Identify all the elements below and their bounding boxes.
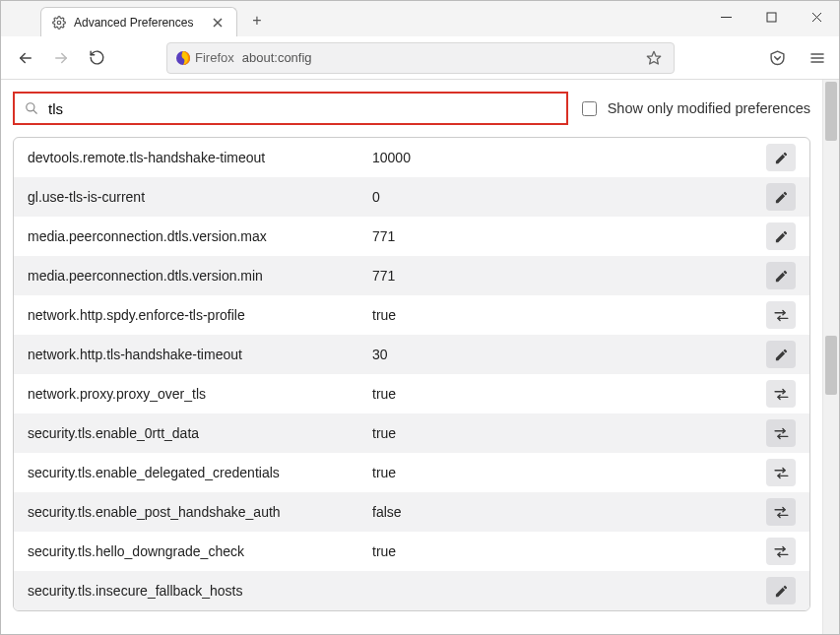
- pref-edit-button[interactable]: [766, 222, 796, 250]
- pref-row: gl.use-tls-is-current0: [14, 177, 809, 217]
- search-row: Show only modified preferences: [1, 80, 822, 133]
- pref-row: media.peerconnection.dtls.version.min771: [14, 256, 809, 295]
- pref-edit-button[interactable]: [766, 577, 796, 604]
- pref-row: network.http.tls-handshake-timeout30: [14, 335, 809, 374]
- pref-name: security.tls.enable_delegated_credential…: [28, 465, 372, 480]
- pref-toggle-button[interactable]: [766, 380, 796, 408]
- pref-value: 771: [372, 228, 766, 244]
- pref-value: true: [372, 425, 766, 441]
- pref-name: security.tls.hello_downgrade_check: [28, 543, 372, 559]
- pref-row: security.tls.enable_delegated_credential…: [14, 453, 809, 492]
- scrollbar-thumb[interactable]: [825, 336, 837, 395]
- url-identity-label: Firefox: [195, 50, 236, 65]
- window-minimize-button[interactable]: [703, 1, 748, 32]
- pref-toggle-button[interactable]: [766, 498, 796, 526]
- pref-name: network.proxy.proxy_over_tls: [28, 386, 372, 402]
- pref-row: network.http.spdy.enforce-tls-profiletru…: [14, 295, 809, 335]
- show-modified-toggle[interactable]: Show only modified preferences: [578, 98, 810, 119]
- pref-name: media.peerconnection.dtls.version.min: [28, 268, 372, 284]
- pref-value: 771: [372, 268, 766, 284]
- show-modified-checkbox[interactable]: [582, 101, 597, 116]
- pocket-icon[interactable]: [769, 49, 786, 66]
- window-maximize-button[interactable]: [748, 1, 794, 32]
- pref-value: 0: [372, 189, 766, 205]
- url-text[interactable]: about:config: [242, 50, 642, 65]
- pref-value: true: [372, 386, 766, 402]
- titlebar: Advanced Preferences +: [1, 1, 839, 36]
- browser-tab[interactable]: Advanced Preferences: [40, 7, 237, 36]
- pref-row: security.tls.enable_0rtt_datatrue: [14, 413, 809, 453]
- pref-toggle-button[interactable]: [766, 538, 796, 565]
- pref-value: true: [372, 307, 766, 323]
- pref-name: gl.use-tls-is-current: [28, 189, 372, 205]
- pref-row: security.tls.insecure_fallback_hosts: [14, 571, 809, 610]
- pref-toggle-button[interactable]: [766, 301, 796, 329]
- pref-toggle-button[interactable]: [766, 419, 796, 447]
- pref-name: network.http.tls-handshake-timeout: [28, 347, 372, 362]
- pref-value: true: [372, 543, 766, 559]
- pref-row: network.proxy.proxy_over_tlstrue: [14, 374, 809, 413]
- pref-edit-button[interactable]: [766, 262, 796, 289]
- gear-icon: [51, 15, 66, 30]
- forward-button[interactable]: [46, 43, 76, 73]
- vertical-scrollbar[interactable]: [822, 80, 839, 634]
- bookmark-star-button[interactable]: [642, 50, 666, 66]
- new-tab-button[interactable]: +: [243, 7, 271, 34]
- pref-value: 30: [372, 347, 766, 362]
- pref-edit-button[interactable]: [766, 183, 796, 211]
- pref-toggle-button[interactable]: [766, 459, 796, 486]
- scrollbar-thumb[interactable]: [825, 82, 837, 141]
- pref-row: media.peerconnection.dtls.version.max771: [14, 217, 809, 256]
- firefox-icon: [175, 50, 191, 66]
- prefs-table: devtools.remote.tls-handshake-timeout100…: [13, 137, 810, 611]
- app-menu-button[interactable]: [809, 50, 825, 66]
- url-bar[interactable]: Firefox about:config: [166, 42, 675, 74]
- pref-name: security.tls.enable_post_handshake_auth: [28, 504, 372, 520]
- window-close-button[interactable]: [794, 1, 839, 32]
- pref-search-box[interactable]: [13, 92, 568, 125]
- tab-close-button[interactable]: [209, 18, 226, 28]
- pref-name: media.peerconnection.dtls.version.max: [28, 228, 372, 244]
- pref-name: network.http.spdy.enforce-tls-profile: [28, 307, 372, 323]
- toolbar: Firefox about:config: [1, 36, 839, 80]
- show-modified-label: Show only modified preferences: [608, 100, 810, 116]
- pref-value: false: [372, 504, 766, 520]
- reload-button[interactable]: [82, 43, 111, 73]
- svg-rect-1: [767, 13, 776, 22]
- back-button[interactable]: [11, 43, 40, 73]
- pref-name: security.tls.insecure_fallback_hosts: [28, 583, 372, 599]
- pref-row: security.tls.enable_post_handshake_authf…: [14, 492, 809, 532]
- toolbar-right: [769, 49, 825, 66]
- pref-edit-button[interactable]: [766, 341, 796, 368]
- svg-point-0: [57, 21, 61, 25]
- pref-search-input[interactable]: [46, 99, 556, 118]
- search-icon: [25, 101, 38, 115]
- pref-row: security.tls.hello_downgrade_checktrue: [14, 532, 809, 571]
- pref-name: security.tls.enable_0rtt_data: [28, 425, 372, 441]
- page: Show only modified preferences devtools.…: [1, 80, 822, 634]
- content-area: Show only modified preferences devtools.…: [1, 80, 839, 634]
- window-controls: [703, 1, 839, 32]
- svg-marker-3: [647, 51, 660, 64]
- tab-title: Advanced Preferences: [74, 16, 209, 30]
- pref-value: 10000: [372, 150, 766, 165]
- app-window: Advanced Preferences +: [0, 0, 840, 635]
- pref-row: devtools.remote.tls-handshake-timeout100…: [14, 138, 809, 177]
- pref-value: true: [372, 465, 766, 480]
- pref-edit-button[interactable]: [766, 144, 796, 171]
- pref-name: devtools.remote.tls-handshake-timeout: [28, 150, 372, 165]
